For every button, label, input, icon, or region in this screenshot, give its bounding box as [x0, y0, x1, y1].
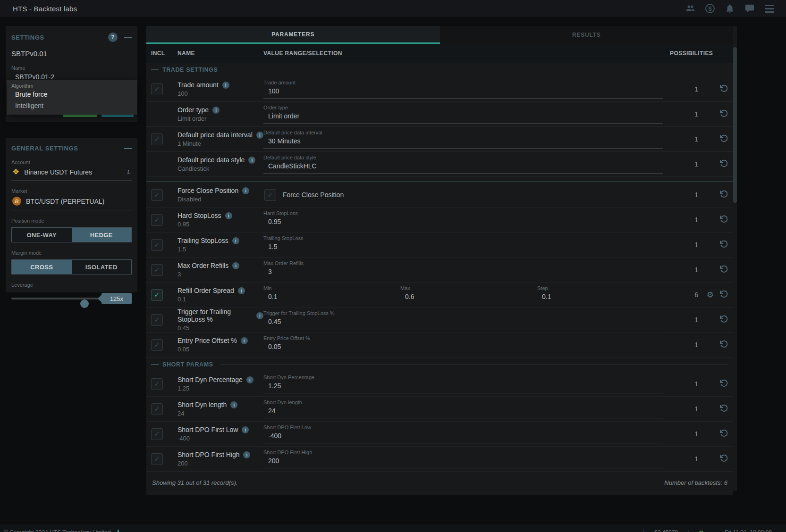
info-icon[interactable]: i: [241, 337, 248, 344]
info-icon[interactable]: i: [230, 401, 237, 408]
field-input[interactable]: CandleStickHLC: [263, 160, 663, 174]
reset-icon[interactable]: [719, 429, 728, 440]
info-icon[interactable]: i: [238, 287, 245, 294]
info-icon[interactable]: i: [225, 212, 232, 219]
field-input[interactable]: 30 Minutes: [263, 135, 663, 149]
menu-icon[interactable]: [764, 3, 775, 14]
include-checkbox[interactable]: ✓: [151, 314, 163, 326]
scrollbar-thumb[interactable]: [733, 47, 737, 203]
reset-icon[interactable]: [719, 265, 728, 275]
info-icon[interactable]: i: [222, 82, 229, 89]
scrollbar[interactable]: [733, 26, 737, 490]
info-icon[interactable]: i: [243, 451, 250, 458]
leverage-slider-thumb[interactable]: [80, 299, 89, 308]
position-mode-one-way[interactable]: ONE-WAY: [12, 228, 72, 242]
field-input[interactable]: -400: [263, 430, 663, 443]
field-input[interactable]: 24: [263, 405, 663, 418]
margin-mode-isolated[interactable]: ISOLATED: [72, 260, 132, 274]
account-select[interactable]: ❖ Binance USDT Futures L: [11, 165, 132, 181]
tab-parameters[interactable]: PARAMETERS: [146, 26, 440, 44]
info-icon[interactable]: i: [256, 312, 263, 319]
include-checkbox[interactable]: ✓: [151, 264, 163, 276]
collapse-icon[interactable]: [124, 37, 132, 38]
value-field: Short DPO First Low-400: [263, 424, 663, 443]
col-incl: INCL: [151, 50, 177, 57]
include-checkbox[interactable]: ✓: [151, 133, 163, 145]
field-input[interactable]: Limit order: [263, 110, 663, 124]
reset-icon[interactable]: [719, 84, 728, 95]
include-checkbox[interactable]: ✓: [151, 189, 163, 201]
reset-icon[interactable]: [719, 454, 728, 465]
reset-icon[interactable]: [719, 404, 728, 415]
field-input[interactable]: 0.6: [400, 291, 526, 304]
field-input[interactable]: 100: [263, 85, 663, 99]
reset-icon[interactable]: [719, 379, 728, 390]
info-icon[interactable]: i: [242, 426, 249, 433]
possibilities-count: 1: [670, 405, 698, 413]
incl-cell: ✓: [151, 378, 177, 390]
reset-icon[interactable]: [719, 134, 728, 145]
collapse-icon[interactable]: [124, 148, 132, 149]
field-input[interactable]: 3: [263, 266, 663, 279]
reset-icon[interactable]: [719, 159, 728, 170]
info-icon[interactable]: i: [246, 376, 254, 383]
param-current-value: 24: [177, 410, 263, 417]
param-name-cell: Refill Order Spreadi0.1: [177, 287, 263, 303]
possibilities-count: 1: [670, 191, 698, 199]
info-icon[interactable]: i: [248, 157, 255, 164]
field-label: Hard StopLoss: [263, 210, 663, 216]
value-fields: Hard StopLoss0.95: [263, 210, 663, 229]
value-field: Short Dyn Percentage1.25: [263, 374, 663, 393]
field-input[interactable]: 0.95: [263, 216, 663, 229]
reset-icon[interactable]: [719, 109, 728, 120]
include-checkbox[interactable]: ✓: [151, 83, 163, 95]
leverage-slider[interactable]: [11, 298, 110, 299]
field-input[interactable]: 200: [263, 455, 663, 468]
dropdown-option-intelligent[interactable]: Intelligent: [11, 100, 137, 111]
chat-icon[interactable]: [744, 3, 755, 14]
include-checkbox[interactable]: ✓: [151, 453, 163, 465]
reset-icon[interactable]: [719, 190, 728, 200]
info-icon[interactable]: i: [232, 237, 239, 244]
info-icon[interactable]: i: [212, 107, 220, 114]
field-input[interactable]: 0.1: [537, 291, 663, 304]
field-input[interactable]: 1.5: [263, 241, 663, 254]
bell-icon[interactable]: [725, 3, 735, 14]
include-checkbox[interactable]: ✓: [151, 378, 163, 390]
reset-icon[interactable]: [719, 315, 728, 325]
info-icon[interactable]: i: [256, 132, 263, 139]
include-checkbox[interactable]: ✓: [151, 239, 163, 251]
value-cell: Default price data styleCandleStickHLC: [263, 155, 670, 174]
info-icon[interactable]: i: [242, 187, 249, 194]
include-checkbox[interactable]: ✓: [151, 289, 163, 301]
field-input[interactable]: 0.05: [263, 341, 663, 354]
dropdown-option-brute-force[interactable]: Brute force: [11, 89, 137, 100]
include-checkbox[interactable]: ✓: [151, 214, 163, 226]
info-icon[interactable]: i: [232, 262, 239, 269]
incl-cell: ✓: [151, 189, 177, 201]
value-fields: Default price data styleCandleStickHLC: [263, 155, 663, 174]
dollar-icon[interactable]: $: [705, 3, 715, 14]
tab-results[interactable]: RESULTS: [440, 26, 734, 44]
users-icon[interactable]: [685, 3, 695, 14]
gear-icon[interactable]: ⚙: [707, 291, 714, 299]
position-mode-hedge[interactable]: HEDGE: [72, 228, 132, 242]
field-input[interactable]: 0.1: [263, 291, 389, 304]
field-input[interactable]: 0.45: [263, 316, 663, 329]
value-checkbox[interactable]: ✓: [264, 189, 276, 201]
value-field: Min0.1: [263, 285, 389, 304]
value-fields: Trade amount100: [263, 80, 663, 99]
table-row: ✓Default price data intervali1 MinuteDef…: [146, 127, 733, 152]
market-select[interactable]: B BTC/USDT (PERPETUAL): [11, 194, 132, 210]
reset-icon[interactable]: [719, 290, 728, 300]
margin-mode-cross[interactable]: CROSS: [12, 260, 72, 274]
field-input[interactable]: 1.25: [263, 380, 663, 393]
possibilities-count: 1: [670, 430, 698, 438]
include-checkbox[interactable]: ✓: [151, 403, 163, 415]
reset-icon[interactable]: [719, 215, 728, 225]
reset-icon[interactable]: [719, 240, 728, 250]
include-checkbox[interactable]: ✓: [151, 428, 163, 440]
reset-icon[interactable]: [719, 340, 728, 350]
help-icon[interactable]: ?: [108, 33, 118, 42]
include-checkbox[interactable]: ✓: [151, 339, 163, 351]
